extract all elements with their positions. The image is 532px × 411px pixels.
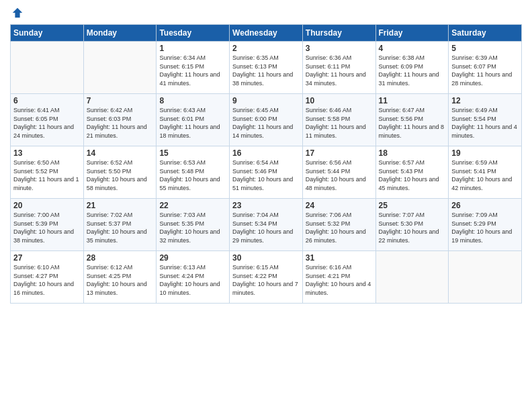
day-info: Sunrise: 6:56 AM Sunset: 5:44 PM Dayligh… bbox=[306, 158, 373, 192]
day-header-thursday: Thursday bbox=[302, 25, 375, 42]
logo bbox=[10, 7, 24, 19]
day-number: 7 bbox=[87, 96, 154, 105]
day-number: 1 bbox=[159, 44, 226, 53]
day-info: Sunrise: 6:35 AM Sunset: 6:13 PM Dayligh… bbox=[232, 54, 300, 87]
svg-marker-0 bbox=[13, 8, 22, 17]
calendar-cell bbox=[83, 42, 157, 94]
day-info: Sunrise: 6:41 AM Sunset: 6:05 PM Dayligh… bbox=[13, 106, 81, 140]
day-number: 20 bbox=[13, 201, 81, 210]
day-header-wednesday: Wednesday bbox=[230, 25, 303, 42]
calendar-cell: 25Sunrise: 7:07 AM Sunset: 5:30 PM Dayli… bbox=[375, 199, 449, 251]
calendar-cell: 22Sunrise: 7:03 AM Sunset: 5:35 PM Dayli… bbox=[157, 199, 230, 251]
day-number: 28 bbox=[87, 253, 154, 263]
day-number: 24 bbox=[306, 201, 373, 210]
calendar-cell: 16Sunrise: 6:54 AM Sunset: 5:46 PM Dayli… bbox=[230, 146, 303, 199]
day-number: 30 bbox=[232, 253, 300, 263]
calendar-cell: 4Sunrise: 6:38 AM Sunset: 6:09 PM Daylig… bbox=[375, 42, 449, 94]
day-number: 6 bbox=[13, 96, 81, 105]
day-number: 18 bbox=[379, 148, 446, 158]
day-number: 25 bbox=[379, 201, 446, 210]
day-number: 13 bbox=[13, 148, 81, 158]
day-number: 14 bbox=[87, 148, 154, 158]
day-info: Sunrise: 6:50 AM Sunset: 5:52 PM Dayligh… bbox=[13, 158, 81, 192]
day-number: 12 bbox=[451, 96, 519, 105]
day-info: Sunrise: 6:43 AM Sunset: 6:01 PM Dayligh… bbox=[159, 106, 226, 140]
day-info: Sunrise: 6:45 AM Sunset: 6:00 PM Dayligh… bbox=[232, 106, 300, 140]
day-header-monday: Monday bbox=[83, 25, 157, 42]
logo-icon bbox=[11, 7, 24, 19]
calendar-cell: 27Sunrise: 6:10 AM Sunset: 4:27 PM Dayli… bbox=[11, 251, 84, 304]
day-info: Sunrise: 6:53 AM Sunset: 5:48 PM Dayligh… bbox=[159, 158, 226, 192]
calendar-cell: 7Sunrise: 6:42 AM Sunset: 6:03 PM Daylig… bbox=[83, 94, 157, 146]
calendar-cell: 12Sunrise: 6:49 AM Sunset: 5:54 PM Dayli… bbox=[449, 94, 522, 146]
calendar-cell bbox=[11, 42, 84, 94]
day-info: Sunrise: 6:12 AM Sunset: 4:25 PM Dayligh… bbox=[87, 263, 154, 297]
calendar-cell: 2Sunrise: 6:35 AM Sunset: 6:13 PM Daylig… bbox=[230, 42, 303, 94]
calendar-cell: 9Sunrise: 6:45 AM Sunset: 6:00 PM Daylig… bbox=[230, 94, 303, 146]
calendar-cell: 23Sunrise: 7:04 AM Sunset: 5:34 PM Dayli… bbox=[230, 199, 303, 251]
day-info: Sunrise: 7:03 AM Sunset: 5:35 PM Dayligh… bbox=[159, 211, 226, 244]
calendar-cell: 19Sunrise: 6:59 AM Sunset: 5:41 PM Dayli… bbox=[449, 146, 522, 199]
day-header-sunday: Sunday bbox=[11, 25, 84, 42]
day-info: Sunrise: 6:54 AM Sunset: 5:46 PM Dayligh… bbox=[232, 158, 300, 192]
day-info: Sunrise: 6:15 AM Sunset: 4:22 PM Dayligh… bbox=[232, 263, 300, 297]
day-number: 4 bbox=[379, 44, 446, 53]
calendar-cell: 21Sunrise: 7:02 AM Sunset: 5:37 PM Dayli… bbox=[83, 199, 157, 251]
calendar-header-row: SundayMondayTuesdayWednesdayThursdayFrid… bbox=[11, 25, 522, 42]
day-info: Sunrise: 6:49 AM Sunset: 5:54 PM Dayligh… bbox=[451, 106, 519, 140]
header bbox=[10, 7, 522, 19]
day-number: 9 bbox=[232, 96, 300, 105]
day-number: 16 bbox=[232, 148, 300, 158]
day-info: Sunrise: 6:38 AM Sunset: 6:09 PM Dayligh… bbox=[379, 54, 446, 87]
day-info: Sunrise: 7:00 AM Sunset: 5:39 PM Dayligh… bbox=[13, 211, 81, 244]
calendar-cell: 30Sunrise: 6:15 AM Sunset: 4:22 PM Dayli… bbox=[230, 251, 303, 304]
day-info: Sunrise: 7:04 AM Sunset: 5:34 PM Dayligh… bbox=[232, 211, 300, 244]
day-number: 31 bbox=[306, 253, 373, 263]
day-info: Sunrise: 6:47 AM Sunset: 5:56 PM Dayligh… bbox=[379, 106, 446, 140]
calendar-cell: 8Sunrise: 6:43 AM Sunset: 6:01 PM Daylig… bbox=[157, 94, 230, 146]
day-info: Sunrise: 6:59 AM Sunset: 5:41 PM Dayligh… bbox=[451, 158, 519, 192]
day-number: 21 bbox=[87, 201, 154, 210]
day-info: Sunrise: 6:57 AM Sunset: 5:43 PM Dayligh… bbox=[379, 158, 446, 192]
day-info: Sunrise: 6:10 AM Sunset: 4:27 PM Dayligh… bbox=[13, 263, 81, 297]
day-number: 3 bbox=[306, 44, 373, 53]
calendar-cell: 17Sunrise: 6:56 AM Sunset: 5:44 PM Dayli… bbox=[302, 146, 375, 199]
day-info: Sunrise: 6:52 AM Sunset: 5:50 PM Dayligh… bbox=[87, 158, 154, 192]
day-number: 26 bbox=[451, 201, 519, 210]
calendar-cell: 24Sunrise: 7:06 AM Sunset: 5:32 PM Dayli… bbox=[302, 199, 375, 251]
day-header-tuesday: Tuesday bbox=[157, 25, 230, 42]
day-info: Sunrise: 7:02 AM Sunset: 5:37 PM Dayligh… bbox=[87, 211, 154, 244]
calendar-cell bbox=[449, 251, 522, 304]
calendar-cell: 10Sunrise: 6:46 AM Sunset: 5:58 PM Dayli… bbox=[302, 94, 375, 146]
day-number: 23 bbox=[232, 201, 300, 210]
day-number: 2 bbox=[232, 44, 300, 53]
calendar-cell: 18Sunrise: 6:57 AM Sunset: 5:43 PM Dayli… bbox=[375, 146, 449, 199]
day-number: 11 bbox=[379, 96, 446, 105]
day-info: Sunrise: 6:34 AM Sunset: 6:15 PM Dayligh… bbox=[159, 54, 226, 87]
calendar-cell: 3Sunrise: 6:36 AM Sunset: 6:11 PM Daylig… bbox=[302, 42, 375, 94]
calendar-body: 1Sunrise: 6:34 AM Sunset: 6:15 PM Daylig… bbox=[11, 42, 522, 304]
day-number: 8 bbox=[159, 96, 226, 105]
calendar-cell: 31Sunrise: 6:16 AM Sunset: 4:21 PM Dayli… bbox=[302, 251, 375, 304]
day-info: Sunrise: 6:42 AM Sunset: 6:03 PM Dayligh… bbox=[87, 106, 154, 140]
day-info: Sunrise: 6:39 AM Sunset: 6:07 PM Dayligh… bbox=[451, 54, 519, 87]
calendar-cell: 20Sunrise: 7:00 AM Sunset: 5:39 PM Dayli… bbox=[11, 199, 84, 251]
week-row-2: 6Sunrise: 6:41 AM Sunset: 6:05 PM Daylig… bbox=[11, 94, 522, 146]
calendar-cell: 29Sunrise: 6:13 AM Sunset: 4:24 PM Dayli… bbox=[157, 251, 230, 304]
week-row-4: 20Sunrise: 7:00 AM Sunset: 5:39 PM Dayli… bbox=[11, 199, 522, 251]
day-info: Sunrise: 6:46 AM Sunset: 5:58 PM Dayligh… bbox=[306, 106, 373, 140]
day-info: Sunrise: 6:16 AM Sunset: 4:21 PM Dayligh… bbox=[306, 263, 373, 297]
calendar-cell: 6Sunrise: 6:41 AM Sunset: 6:05 PM Daylig… bbox=[11, 94, 84, 146]
calendar-cell: 15Sunrise: 6:53 AM Sunset: 5:48 PM Dayli… bbox=[157, 146, 230, 199]
day-info: Sunrise: 7:07 AM Sunset: 5:30 PM Dayligh… bbox=[379, 211, 446, 244]
calendar-cell: 13Sunrise: 6:50 AM Sunset: 5:52 PM Dayli… bbox=[11, 146, 84, 199]
calendar: SundayMondayTuesdayWednesdayThursdayFrid… bbox=[10, 24, 522, 304]
day-number: 17 bbox=[306, 148, 373, 158]
calendar-cell: 11Sunrise: 6:47 AM Sunset: 5:56 PM Dayli… bbox=[375, 94, 449, 146]
week-row-5: 27Sunrise: 6:10 AM Sunset: 4:27 PM Dayli… bbox=[11, 251, 522, 304]
day-number: 22 bbox=[159, 201, 226, 210]
day-header-saturday: Saturday bbox=[449, 25, 522, 42]
calendar-cell: 14Sunrise: 6:52 AM Sunset: 5:50 PM Dayli… bbox=[83, 146, 157, 199]
calendar-cell: 26Sunrise: 7:09 AM Sunset: 5:29 PM Dayli… bbox=[449, 199, 522, 251]
day-number: 10 bbox=[306, 96, 373, 105]
